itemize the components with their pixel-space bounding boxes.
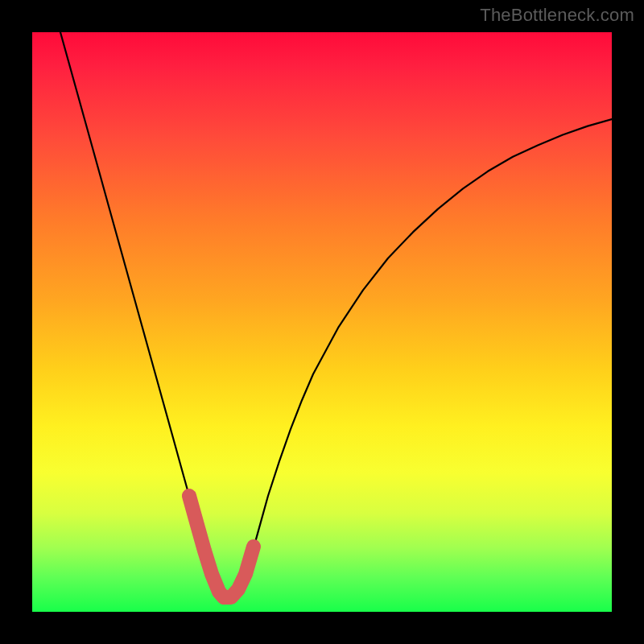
chart-frame: TheBottleneck.com — [0, 0, 644, 644]
curve-layer — [32, 32, 612, 612]
plot-area — [32, 32, 612, 612]
watermark-text: TheBottleneck.com — [480, 5, 634, 26]
bottleneck-curve — [60, 32, 612, 597]
optimal-range-highlight — [189, 496, 254, 597]
